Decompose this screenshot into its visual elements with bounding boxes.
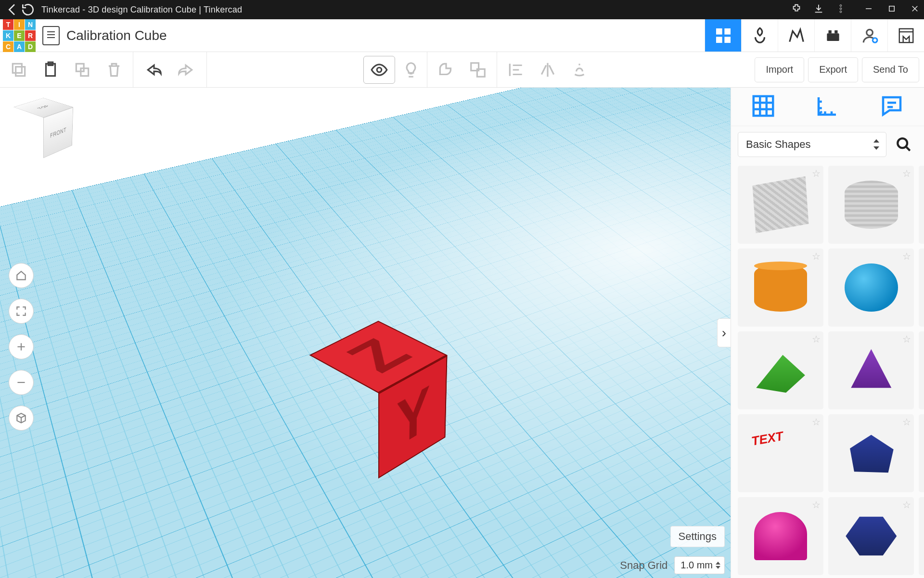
svg-rect-14: [13, 64, 22, 73]
shape-half-sphere[interactable]: ☆: [738, 497, 823, 575]
svg-rect-7: [725, 37, 730, 42]
browser-chrome: Tinkercad - 3D design Calibration Cube |…: [0, 0, 924, 19]
favorite-star-icon[interactable]: ☆: [902, 499, 911, 511]
svg-rect-15: [16, 66, 25, 76]
view-controls: [9, 263, 34, 431]
fit-view-button[interactable]: [9, 299, 34, 324]
document-name[interactable]: Calibration Cube: [66, 28, 167, 43]
shape-cylinder[interactable]: ☆: [738, 249, 823, 327]
window-minimize[interactable]: [864, 4, 873, 15]
window-close[interactable]: [911, 4, 919, 15]
shape-box-hole[interactable]: ☆: [738, 166, 823, 244]
workspace: Z Y X TOP FRONT RIGHT Settings Snap Grid…: [0, 88, 924, 578]
paste-button[interactable]: [35, 56, 66, 84]
app-header: TINKERCAD Calibration Cube: [0, 19, 924, 52]
shape-cone[interactable]: ☆: [828, 331, 914, 409]
favorite-star-icon[interactable]: ☆: [812, 416, 821, 428]
zoom-out-button[interactable]: [9, 370, 34, 395]
svg-rect-6: [716, 37, 721, 42]
favorite-star-icon[interactable]: ☆: [812, 499, 821, 511]
workplane-tool-icon[interactable]: [750, 93, 776, 121]
shape-hex-prism[interactable]: ☆: [828, 497, 914, 575]
svg-point-24: [898, 138, 907, 148]
shape-cylinder-hole[interactable]: ☆: [828, 166, 914, 244]
toolbar: Import Export Send To: [0, 52, 924, 88]
home-view-button[interactable]: [9, 263, 34, 288]
svg-rect-8: [827, 33, 839, 41]
svg-point-1: [840, 8, 842, 10]
mode-blocks[interactable]: [741, 19, 778, 52]
printer-icon[interactable]: [887, 19, 924, 52]
lightbulb-button[interactable]: [395, 56, 427, 84]
shape-text[interactable]: TEXT☆: [738, 414, 823, 492]
export-button[interactable]: Export: [808, 57, 858, 82]
extensions-icon[interactable]: [791, 3, 802, 16]
snap-grid-label: Snap Grid: [620, 559, 667, 572]
redo-button[interactable]: [170, 56, 202, 84]
downloads-icon[interactable]: [813, 3, 824, 16]
kebab-menu-icon[interactable]: [835, 3, 846, 16]
zoom-in-button[interactable]: [9, 334, 34, 359]
svg-point-2: [840, 11, 842, 13]
window-maximize[interactable]: [887, 4, 896, 15]
mode-lego[interactable]: [814, 19, 851, 52]
view-cube[interactable]: TOP FRONT RIGHT: [10, 94, 77, 162]
shape-roof[interactable]: ☆: [738, 331, 823, 409]
send-to-button[interactable]: Send To: [862, 57, 919, 82]
undo-button[interactable]: [138, 56, 170, 84]
snap-grid-select[interactable]: 1.0 mm: [674, 556, 725, 574]
favorite-star-icon[interactable]: ☆: [902, 168, 911, 179]
shape-category-select[interactable]: Basic Shapes: [738, 132, 886, 157]
ortho-toggle-button[interactable]: [9, 406, 34, 431]
svg-point-11: [866, 29, 873, 36]
favorite-star-icon[interactable]: ☆: [902, 333, 911, 345]
favorite-star-icon[interactable]: ☆: [902, 416, 911, 428]
shape-box[interactable]: ☆: [919, 166, 924, 244]
svg-rect-5: [725, 28, 730, 34]
mode-bricks[interactable]: [778, 19, 814, 52]
svg-point-0: [840, 5, 842, 7]
canvas-3d[interactable]: Z Y X TOP FRONT RIGHT Settings Snap Grid…: [0, 88, 731, 578]
svg-rect-4: [716, 28, 721, 34]
back-button[interactable]: [5, 2, 20, 17]
notes-tool-icon[interactable]: [879, 93, 905, 121]
workplane-settings-button[interactable]: Settings: [670, 526, 725, 547]
cruise-button[interactable]: [564, 56, 595, 84]
account-icon[interactable]: [851, 19, 887, 52]
shapes-panel: Basic Shapes ☆☆☆☆☆☆☆☆☆TEXT☆☆☆☆☆☆: [731, 88, 924, 578]
ungroup-button[interactable]: [462, 56, 494, 84]
tab-title: Tinkercad - 3D design Calibration Cube |…: [41, 5, 242, 15]
visibility-button[interactable]: [363, 56, 395, 84]
svg-rect-23: [754, 96, 773, 116]
copy-button[interactable]: [3, 56, 35, 84]
shape-paraboloid[interactable]: ☆: [919, 497, 924, 575]
shape-round-roof[interactable]: ☆: [919, 331, 924, 409]
svg-point-20: [377, 67, 382, 72]
shape-search-button[interactable]: [890, 131, 917, 158]
model-calibration-cube[interactable]: Z Y X: [330, 349, 426, 445]
favorite-star-icon[interactable]: ☆: [812, 250, 821, 262]
favorite-star-icon[interactable]: ☆: [902, 250, 911, 262]
group-button[interactable]: [430, 56, 462, 84]
duplicate-button[interactable]: [66, 56, 98, 84]
tinkercad-logo[interactable]: TINKERCAD: [3, 19, 36, 52]
shape-polygon[interactable]: ☆: [828, 414, 914, 492]
svg-rect-13: [899, 28, 913, 42]
svg-rect-9: [828, 30, 831, 33]
mirror-button[interactable]: [532, 56, 564, 84]
favorite-star-icon[interactable]: ☆: [812, 333, 821, 345]
shape-scribble[interactable]: ☆: [919, 249, 924, 327]
panel-collapse-icon[interactable]: ›: [717, 318, 731, 347]
ruler-tool-icon[interactable]: [814, 93, 840, 121]
align-button[interactable]: [500, 56, 532, 84]
svg-rect-3: [889, 6, 895, 12]
reload-button[interactable]: [20, 2, 36, 17]
delete-button[interactable]: [98, 56, 130, 84]
shapes-grid: ☆☆☆☆☆☆☆☆☆TEXT☆☆☆☆☆☆: [731, 163, 924, 578]
import-button[interactable]: Import: [755, 57, 804, 82]
shape-sphere[interactable]: ☆: [828, 249, 914, 327]
favorite-star-icon[interactable]: ☆: [812, 168, 821, 179]
shape-pyramid[interactable]: ☆: [919, 414, 924, 492]
mode-3d-design[interactable]: [705, 19, 741, 52]
design-list-icon[interactable]: [42, 26, 60, 45]
